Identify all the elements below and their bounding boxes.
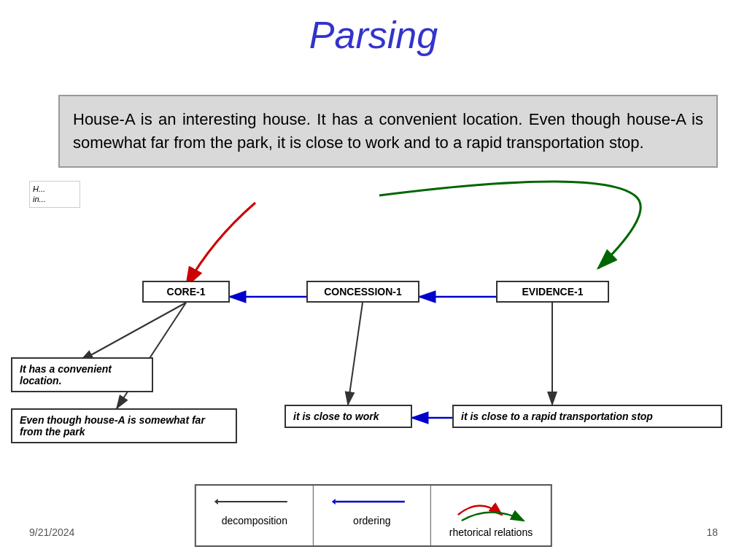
decomposition-arrow-icon xyxy=(214,493,295,510)
rhetorical-arc-icon xyxy=(451,493,531,522)
rhetorical-label: rhetorical relations xyxy=(449,526,533,538)
hidden-label: H...in... xyxy=(29,181,80,208)
leaf-convenient: It has a convenient location. xyxy=(11,357,153,392)
main-text-box: House-A is an interesting house. It has … xyxy=(58,95,718,168)
legend-ordering: ordering xyxy=(314,486,431,545)
legend-rhetorical: rhetorical relations xyxy=(431,486,551,545)
diagram: CORE-1 CONCESSION-1 EVIDENCE-1 It has a … xyxy=(0,262,747,496)
ordering-label: ordering xyxy=(353,515,390,526)
evidence-node: EVIDENCE-1 xyxy=(496,281,609,303)
legend-decomposition: decomposition xyxy=(196,486,314,545)
slide-title: Parsing xyxy=(0,0,747,64)
slide-number: 18 xyxy=(706,526,718,538)
leaf-closework: it is close to work xyxy=(285,405,412,428)
concession-node: CONCESSION-1 xyxy=(306,281,419,303)
legend: decomposition ordering rhetorical relati… xyxy=(195,484,552,547)
leaf-rapid: it is close to a rapid transportation st… xyxy=(452,405,722,428)
ordering-arrow-icon xyxy=(332,493,412,510)
svg-marker-12 xyxy=(214,499,218,505)
decomposition-label: decomposition xyxy=(222,515,287,526)
core-node: CORE-1 xyxy=(142,281,230,303)
leaf-farpark: Even though house-A is somewhat far from… xyxy=(11,408,237,443)
slide-date: 9/21/2024 xyxy=(29,526,74,538)
svg-marker-14 xyxy=(332,499,336,505)
